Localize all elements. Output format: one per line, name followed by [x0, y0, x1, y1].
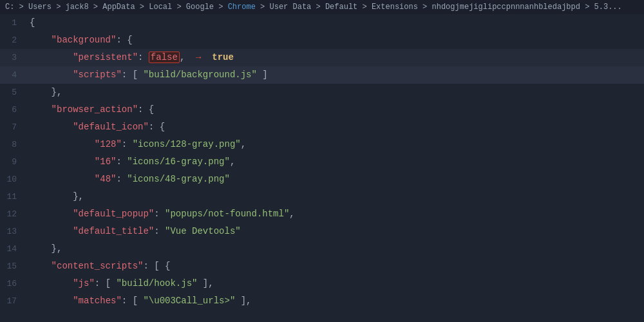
- line-number: 15: [0, 258, 27, 275]
- code-line: 15 "content_scripts": [ {: [0, 258, 644, 275]
- json-punctuation: ,: [208, 278, 213, 289]
- line-content: "16": "icons/16-gray.png",: [27, 153, 644, 170]
- code-line: 10 "48": "icons/48-gray.png": [0, 171, 644, 188]
- json-key: "persistent": [73, 52, 138, 62]
- json-brace: },: [52, 243, 62, 254]
- json-string: "popups/not-found.html": [165, 209, 289, 219]
- line-content: "default_popup": "popups/not-found.html"…: [27, 205, 644, 222]
- json-key: "browser_action": [52, 104, 138, 115]
- line-number: 16: [0, 276, 27, 292]
- code-line: 2 "background": {: [0, 32, 644, 49]
- code-line: 6 "browser_action": {: [0, 101, 644, 118]
- json-punctuation: : [ {: [143, 261, 170, 271]
- line-content: "js": [ "build/hook.js" ],: [27, 275, 644, 292]
- line-content: {: [27, 14, 644, 31]
- line-content: "persistent": false, → true: [27, 49, 644, 66]
- json-key: "default_popup": [73, 209, 154, 219]
- code-line: 9 "16": "icons/16-gray.png",: [0, 153, 644, 171]
- json-punctuation: :: [122, 139, 133, 149]
- annotation-true: true: [202, 52, 234, 62]
- line-content: },: [27, 188, 644, 205]
- json-string: "\u003Call_urls>": [143, 296, 235, 306]
- json-punctuation: : {: [138, 104, 154, 115]
- json-false: false: [149, 52, 180, 63]
- code-line: 17 "matches": [ "\u003Call_urls>" ],: [0, 292, 644, 310]
- json-string: "icons/48-gray.png": [127, 174, 230, 184]
- json-punctuation: : [: [122, 70, 144, 80]
- line-content: "browser_action": {: [27, 101, 644, 118]
- line-number: 1: [0, 15, 27, 32]
- json-string: "Vue Devtools": [165, 226, 241, 236]
- line-number: 2: [0, 32, 27, 49]
- code-line: 7 "default_icon": {: [0, 118, 644, 136]
- json-key: "16": [95, 156, 117, 167]
- line-number: 10: [0, 171, 27, 188]
- line-content: "default_icon": {: [27, 118, 644, 135]
- json-bracket: ]: [257, 70, 268, 80]
- json-string: "build/background.js": [143, 70, 256, 80]
- json-brace: },: [73, 191, 84, 202]
- json-punctuation: : [: [122, 296, 144, 306]
- json-string: "build/hook.js": [116, 278, 197, 289]
- line-content: },: [27, 240, 644, 257]
- code-line: 12 "default_popup": "popups/not-found.ht…: [0, 205, 644, 223]
- json-key: "128": [95, 139, 122, 149]
- line-number: 11: [0, 189, 27, 205]
- json-bracket: ]: [197, 278, 208, 289]
- json-key: "48": [95, 174, 117, 184]
- code-line: 3 "persistent": false, → true: [0, 49, 644, 66]
- json-punctuation: :: [154, 209, 165, 219]
- json-key: "matches": [73, 296, 122, 306]
- line-number: 14: [0, 241, 27, 258]
- code-line: 14 },: [0, 240, 644, 258]
- line-content: "default_title": "Vue Devtools": [27, 223, 644, 240]
- line-number: 5: [0, 84, 27, 101]
- line-number: 4: [0, 67, 27, 84]
- code-line: 13 "default_title": "Vue Devtools": [0, 223, 644, 240]
- json-key: "default_title": [73, 226, 154, 236]
- json-key: "default_icon": [73, 122, 149, 132]
- json-punctuation: :: [116, 156, 127, 167]
- line-content: "128": "icons/128-gray.png",: [27, 136, 644, 153]
- code-line: 1{: [0, 14, 644, 32]
- json-punctuation: : [: [95, 278, 117, 289]
- json-key: "js": [73, 278, 95, 289]
- line-content: "background": {: [27, 32, 644, 48]
- line-number: 17: [0, 293, 27, 310]
- line-number: 12: [0, 206, 27, 223]
- line-number: 8: [0, 137, 27, 153]
- breadcrumb-text: C: > Users > jack8 > AppData > Local > G…: [5, 3, 622, 12]
- json-brace: },: [52, 87, 62, 97]
- code-line: 16 "js": [ "build/hook.js" ],: [0, 275, 644, 292]
- json-key: "scripts": [73, 70, 122, 80]
- code-line: 11 },: [0, 188, 644, 205]
- line-content: "matches": [ "\u003Call_urls>" ],: [27, 292, 644, 309]
- line-number: 13: [0, 223, 27, 240]
- json-punctuation: : {: [149, 122, 165, 132]
- line-content: "content_scripts": [ {: [27, 258, 644, 274]
- json-punctuation: ,: [289, 209, 294, 219]
- line-number: 6: [0, 102, 27, 118]
- json-bracket: ]: [235, 296, 246, 306]
- line-number: 7: [0, 119, 27, 136]
- json-punctuation: :: [116, 174, 127, 184]
- code-line: 4 "scripts": [ "build/background.js" ]: [0, 66, 644, 84]
- json-punctuation: :: [154, 226, 165, 236]
- line-number: 3: [0, 50, 27, 66]
- json-brace: {: [30, 17, 35, 28]
- code-line: 8 "128": "icons/128-gray.png",: [0, 136, 644, 153]
- annotation-arrow: →: [185, 52, 201, 62]
- line-number: 9: [0, 154, 27, 171]
- json-punctuation: :: [138, 52, 149, 62]
- json-punctuation: : {: [116, 35, 132, 45]
- json-key: "background": [52, 35, 117, 45]
- line-content: "48": "icons/48-gray.png": [27, 171, 644, 187]
- json-key: "content_scripts": [52, 261, 144, 271]
- json-punctuation: ,: [230, 156, 235, 167]
- code-area: 1{2 "background": {3 "persistent": false…: [0, 14, 644, 322]
- json-punctuation: ,: [246, 296, 251, 306]
- code-line: 5 },: [0, 84, 644, 101]
- line-content: "scripts": [ "build/background.js" ]: [27, 66, 644, 83]
- json-punctuation: ,: [241, 139, 246, 149]
- json-string: "icons/16-gray.png": [127, 156, 230, 167]
